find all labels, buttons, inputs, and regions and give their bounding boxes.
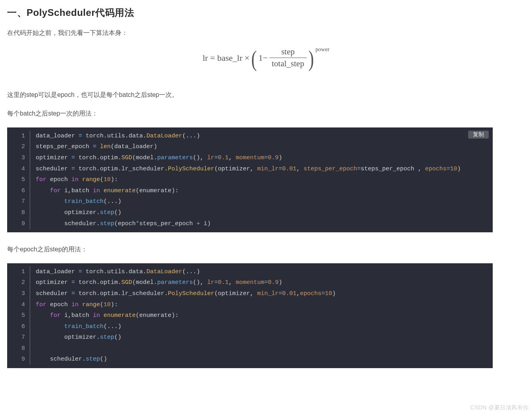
note-batch-usage: 每个batch之后step一次的用法： xyxy=(7,108,525,119)
line-number-gutter: 123456789 xyxy=(7,131,30,229)
intro-paragraph: 在代码开始之前，我们先看一下算法本身： xyxy=(7,28,525,38)
line-number-gutter: 123456789 xyxy=(7,266,30,365)
formula-exponent: power xyxy=(315,47,329,52)
code-block-batch: 复制 123456789 data_loader = torch.utils.d… xyxy=(7,127,493,232)
formula-lhs: lr = base_lr × xyxy=(203,54,250,62)
formula-numerator: step xyxy=(279,48,297,58)
paren-open-icon: ( xyxy=(251,48,257,70)
formula-one-minus: 1− xyxy=(259,54,268,62)
code-block-epoch: 123456789 data_loader = torch.utils.data… xyxy=(7,263,493,368)
formula-block: lr = base_lr × ( 1− step total_step ) po… xyxy=(7,47,525,69)
code-scroll-area[interactable]: data_loader = torch.utils.data.DataLoade… xyxy=(30,266,493,365)
copy-button[interactable]: 复制 xyxy=(468,131,489,139)
formula-denominator: total_step xyxy=(269,58,307,68)
code-content: data_loader = torch.utils.data.DataLoade… xyxy=(36,131,487,229)
note-epoch-usage: 每个epoch之后step的用法： xyxy=(7,244,525,255)
section-heading: 一、PolyScheduler代码用法 xyxy=(7,6,525,19)
formula-fraction: step total_step xyxy=(269,48,307,68)
code-scroll-area[interactable]: data_loader = torch.utils.data.DataLoade… xyxy=(30,131,493,229)
code-content: data_loader = torch.utils.data.DataLoade… xyxy=(36,266,487,365)
paren-close-icon: ) xyxy=(308,48,314,70)
note-step-explain: 这里的step可以是epoch，也可以是每个batch之后step一次。 xyxy=(7,90,525,100)
